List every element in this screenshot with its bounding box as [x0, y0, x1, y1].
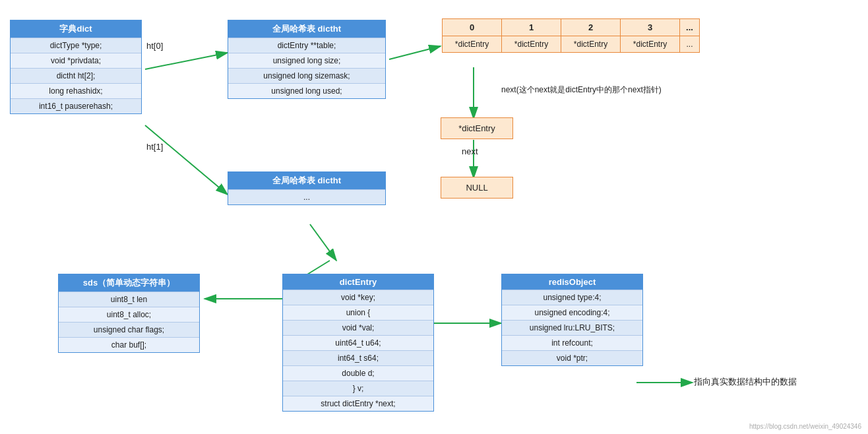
sds-field-0: uint8_t len — [59, 292, 199, 307]
dict-box: 字典dict dictType *type; void *privdata; d… — [10, 20, 142, 114]
redisobject-field-3: int refcount; — [502, 335, 642, 350]
dict-field-1: void *privdata; — [11, 53, 141, 68]
hash-cell-3: *dictEntry — [621, 36, 680, 53]
watermark: https://blog.csdn.net/weixin_49024346 — [749, 423, 861, 430]
dict-field-2: dictht ht[2]; — [11, 68, 141, 83]
dictentry-field-0: void *key; — [283, 290, 433, 305]
dict-entry-orange-1: *dictEntry — [441, 117, 513, 139]
dictentry-field-3: uint64_t u64; — [283, 335, 433, 350]
hash-cell-2: *dictEntry — [561, 36, 621, 53]
sds-header: sds（简单动态字符串） — [59, 274, 199, 292]
dictht2-field-0: ... — [228, 189, 385, 204]
dict-entry-orange-1-text: *dictEntry — [458, 123, 495, 133]
dictentry-header: dictEntry — [283, 274, 433, 290]
dictht1-field-3: unsigned long used; — [228, 83, 385, 98]
dict-header: 字典dict — [11, 20, 141, 38]
dict-field-3: long rehashidx; — [11, 83, 141, 98]
hash-cell-dots: ... — [680, 36, 700, 53]
hash-col-3: 3 — [621, 19, 680, 36]
dictentry-field-5: double d; — [283, 365, 433, 381]
redisobject-field-0: unsigned type:4; — [502, 290, 642, 305]
next-label: next(这个next就是dictEntry中的那个next指针) — [501, 84, 662, 96]
redisobject-box: redisObject unsigned type:4; unsigned en… — [501, 274, 643, 366]
dictht1-box: 全局哈希表 dictht dictEntry **table; unsigned… — [228, 20, 386, 99]
dictht2-box: 全局哈希表 dictht ... — [228, 171, 386, 205]
ht1-label: ht[1] — [146, 142, 163, 152]
hash-col-1: 1 — [502, 19, 561, 36]
dictht1-field-2: unsigned long sizemask; — [228, 68, 385, 83]
hash-col-0: 0 — [443, 19, 502, 36]
next-label2: next — [462, 146, 478, 156]
dictentry-field-6: } v; — [283, 381, 433, 396]
dictht1-field-0: dictEntry **table; — [228, 38, 385, 53]
redisobject-field-4: void *ptr; — [502, 350, 642, 365]
svg-line-3 — [389, 46, 441, 59]
hash-cell-1: *dictEntry — [502, 36, 561, 53]
redisobject-field-2: unsigned lru:LRU_BITS; — [502, 320, 642, 335]
dictentry-field-7: struct dictEntry *next; — [283, 396, 433, 411]
hash-cell-0: *dictEntry — [443, 36, 502, 53]
null-text: NULL — [466, 183, 487, 193]
dictht2-header: 全局哈希表 dictht — [228, 172, 385, 189]
dict-field-0: dictType *type; — [11, 38, 141, 53]
dictentry-field-4: int64_t s64; — [283, 350, 433, 365]
sds-field-1: uint8_t alloc; — [59, 307, 199, 322]
hash-array: 0 1 2 3 ... *dictEntry *dictEntry *dictE… — [442, 18, 700, 53]
ht0-label: ht[0] — [146, 41, 163, 51]
redisobject-header: redisObject — [502, 274, 642, 290]
dictht1-header: 全局哈希表 dictht — [228, 20, 385, 38]
redisobject-field-1: unsigned encoding:4; — [502, 305, 642, 320]
dictentry-field-2: void *val; — [283, 320, 433, 335]
svg-line-10 — [310, 224, 336, 261]
dictentry-field-1: union { — [283, 305, 433, 320]
hash-col-dots: ... — [680, 19, 700, 36]
dictht1-field-1: unsigned long size; — [228, 53, 385, 68]
dictentry-box: dictEntry void *key; union { void *val; … — [282, 274, 434, 412]
sds-field-3: char buf[]; — [59, 337, 199, 352]
hash-col-2: 2 — [561, 19, 621, 36]
sds-box: sds（简单动态字符串） uint8_t len uint8_t alloc; … — [58, 274, 200, 353]
svg-line-1 — [145, 53, 228, 69]
ptr-label: 指向真实数据结构中的数据 — [694, 376, 797, 388]
diagram: 字典dict dictType *type; void *privdata; d… — [0, 0, 868, 434]
dict-field-4: int16_t pauserehash; — [11, 98, 141, 113]
sds-field-2: unsigned char flags; — [59, 322, 199, 337]
svg-line-2 — [145, 125, 228, 195]
null-box: NULL — [441, 177, 513, 199]
